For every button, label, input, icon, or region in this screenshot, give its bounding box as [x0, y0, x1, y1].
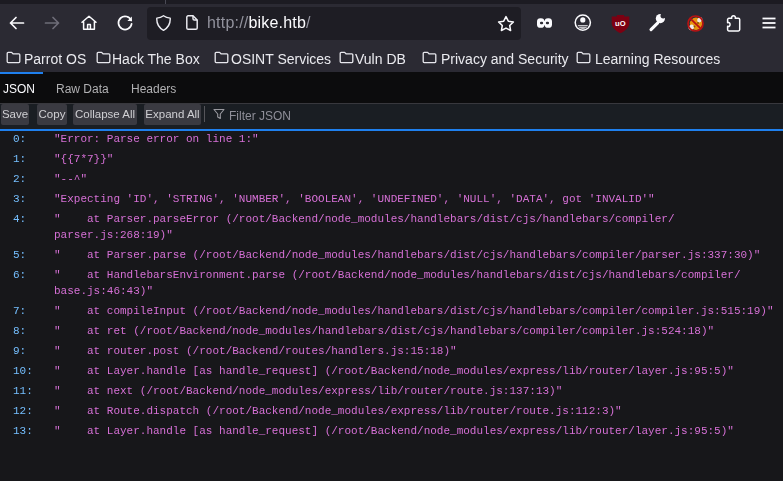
svg-text:uO: uO: [615, 19, 626, 28]
